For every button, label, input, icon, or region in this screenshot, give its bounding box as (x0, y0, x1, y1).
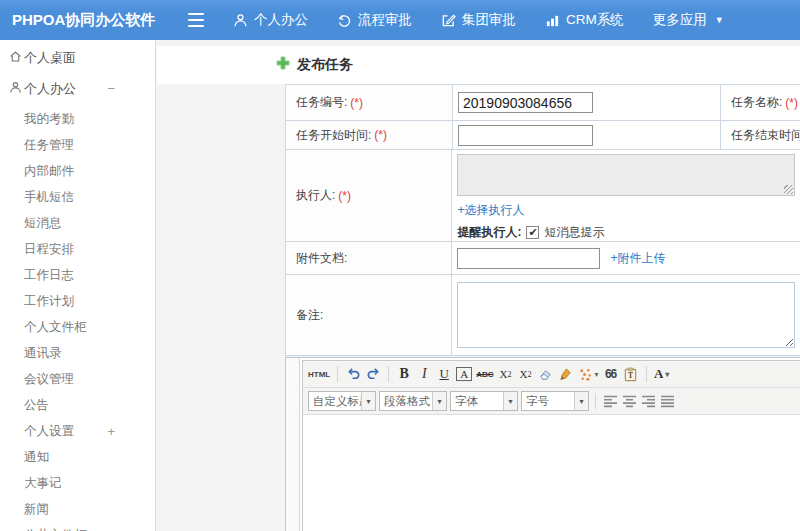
align-center-icon[interactable] (621, 391, 637, 411)
sidebar-item-major-events[interactable]: 大事记 (0, 470, 155, 496)
sidebar-item-contacts[interactable]: 通讯录 (0, 340, 155, 366)
nav-process-approval[interactable]: 流程审批 (337, 11, 412, 29)
nav-label: 个人办公 (254, 11, 308, 29)
bold-button[interactable]: B (396, 364, 412, 384)
font-color-button[interactable]: A ▾ (654, 364, 670, 384)
caret-down-icon: ▾ (665, 370, 669, 379)
editor-toolbar-row2: 自定义标题 ▾ 段落格式 ▾ 字体 ▾ 字号 ▾ (303, 388, 800, 415)
sidebar-item-personal-desktop[interactable]: 个人桌面 (0, 42, 155, 73)
bar-chart-icon (545, 13, 560, 28)
choose-executor-link[interactable]: +选择执行人 (457, 203, 524, 217)
sidebar-submenu: 我的考勤 任务管理 内部邮件 手机短信 短消息 日程安排 工作日志 工作计划 个… (0, 106, 155, 531)
nav-label: 集团审批 (462, 11, 516, 29)
sidebar-item-news[interactable]: 新闻 (0, 496, 155, 522)
top-navigation: 个人办公 流程审批 集团审批 (233, 0, 724, 40)
caret-down-icon: ▾ (574, 392, 588, 410)
required-mark: (*) (785, 96, 798, 110)
sidebar-item-internal-mail[interactable]: 内部邮件 (0, 158, 155, 184)
sidebar-item-task-management[interactable]: 任务管理 (0, 132, 155, 158)
add-plus-icon (276, 56, 290, 74)
user-icon (9, 81, 22, 97)
remark-label: 备注: (296, 307, 323, 324)
sidebar-item-work-diary[interactable]: 工作日志 (0, 262, 155, 288)
nav-label: 流程审批 (358, 11, 412, 29)
sidebar-item-personal-settings[interactable]: 个人设置 + (0, 418, 155, 444)
strikethrough-button[interactable]: ABC (476, 364, 493, 384)
format-brush-icon[interactable] (558, 364, 574, 384)
collapse-minus-icon[interactable]: − (107, 81, 115, 96)
executor-selected-box (457, 154, 795, 196)
superscript-button[interactable]: X2 (498, 364, 514, 384)
nav-crm-system[interactable]: CRM系统 (545, 11, 624, 29)
user-icon (233, 13, 248, 28)
remark-textarea[interactable] (457, 282, 795, 348)
expand-plus-icon[interactable]: + (107, 424, 115, 439)
editor-content-area[interactable] (303, 415, 800, 531)
underline-button[interactable]: U (436, 364, 452, 384)
page-title: 发布任务 (297, 56, 353, 74)
sidebar-item-meeting-management[interactable]: 会议管理 (0, 366, 155, 392)
sidebar-item-personal-office[interactable]: 个人办公 − (0, 73, 155, 104)
paste-from-word-icon[interactable]: T (623, 364, 639, 384)
editor-toolbar-row1: HTML B I U A (303, 361, 800, 388)
task-name-label: 任务名称: (731, 94, 782, 111)
html-source-button[interactable]: HTML (308, 364, 330, 384)
hamburger-menu-icon[interactable] (188, 13, 206, 27)
sidebar-item-personal-files[interactable]: 个人文件柜 (0, 314, 155, 340)
subscript-button[interactable]: X2 (518, 364, 534, 384)
align-justify-icon[interactable] (659, 391, 675, 411)
paragraph-format-select[interactable]: 段落格式 ▾ (379, 391, 447, 411)
attachment-input[interactable] (457, 248, 600, 269)
attachment-upload-link[interactable]: +附件上传 (610, 250, 665, 267)
required-mark: (*) (350, 96, 363, 110)
start-time-input[interactable] (458, 125, 593, 146)
svg-text:T: T (628, 371, 633, 380)
content-title-bar: 发布任务 (157, 46, 800, 84)
blockquote-button[interactable]: 66 (603, 364, 619, 384)
eraser-icon[interactable] (538, 364, 554, 384)
align-left-icon[interactable] (602, 391, 618, 411)
checkbox-check-icon: ✔ (528, 227, 537, 238)
sidebar-item-announcement[interactable]: 公告 (0, 392, 155, 418)
undo-icon[interactable] (345, 364, 361, 384)
edit-square-icon (441, 13, 456, 28)
form-row-description: 任务描述: (*) HTML (285, 357, 800, 531)
sms-remind-checkbox[interactable]: ✔ (526, 226, 539, 239)
nav-more-apps[interactable]: 更多应用 ▼ (653, 11, 724, 29)
font-size-select[interactable]: 字号 ▾ (521, 391, 589, 411)
sidebar-item-work-plan[interactable]: 工作计划 (0, 288, 155, 314)
redo-icon[interactable] (365, 364, 381, 384)
sms-remind-label: 短消息提示 (544, 224, 604, 241)
custom-heading-select[interactable]: 自定义标题 ▾ (308, 391, 376, 411)
home-icon (9, 50, 22, 66)
required-mark: (*) (374, 128, 387, 142)
sidebar-item-public-files[interactable]: 公共文件柜 (0, 522, 155, 531)
magic-wand-icon[interactable]: ▾ (578, 364, 599, 384)
top-header: PHPOA协同办公软件 个人办公 流程审批 (0, 0, 800, 40)
required-mark: (*) (338, 189, 351, 203)
attachment-label: 附件文档: (296, 250, 347, 267)
form-row-executor: 执行人: (*) +选择执行人 提醒执行人: ✔ 短消息提示 (286, 150, 800, 242)
align-right-icon[interactable] (640, 391, 656, 411)
caret-down-icon: ▾ (432, 392, 446, 410)
task-number-label: 任务编号: (296, 94, 347, 111)
sidebar-item-short-message[interactable]: 短消息 (0, 210, 155, 236)
sidebar-item-my-attendance[interactable]: 我的考勤 (0, 106, 155, 132)
sidebar-item-notice[interactable]: 通知 (0, 444, 155, 470)
resize-grip-icon[interactable] (784, 185, 793, 194)
sidebar-item-label: 个人桌面 (24, 49, 76, 67)
nav-group-approval[interactable]: 集团审批 (441, 11, 516, 29)
caret-down-icon: ▾ (503, 392, 517, 410)
nav-personal-office[interactable]: 个人办公 (233, 11, 308, 29)
font-style-button[interactable]: A (456, 367, 472, 381)
task-form-table: 任务编号: (*) 任务名称: (*) 任务开始时间: (*) 任务结束时间: … (285, 84, 800, 356)
executor-label: 执行人: (296, 187, 335, 204)
italic-button[interactable]: I (416, 364, 432, 384)
sidebar-item-mobile-sms[interactable]: 手机短信 (0, 184, 155, 210)
nav-label: 更多应用 (653, 11, 707, 29)
start-time-label: 任务开始时间: (296, 127, 371, 144)
form-row-start-time: 任务开始时间: (*) 任务结束时间: (*) (286, 121, 800, 150)
font-family-select[interactable]: 字体 ▾ (450, 391, 518, 411)
task-number-input[interactable] (458, 92, 593, 113)
sidebar-item-schedule[interactable]: 日程安排 (0, 236, 155, 262)
